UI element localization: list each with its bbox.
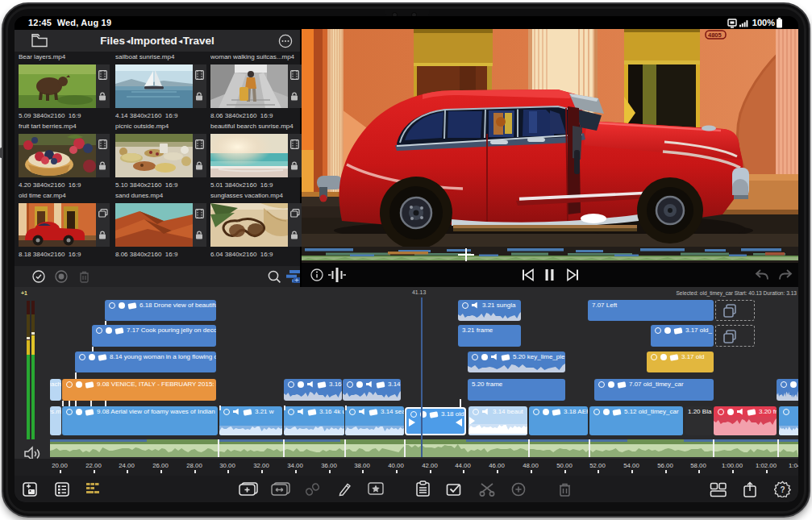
svg-text:4805: 4805	[708, 31, 722, 39]
svg-text:?: ?	[780, 485, 785, 494]
